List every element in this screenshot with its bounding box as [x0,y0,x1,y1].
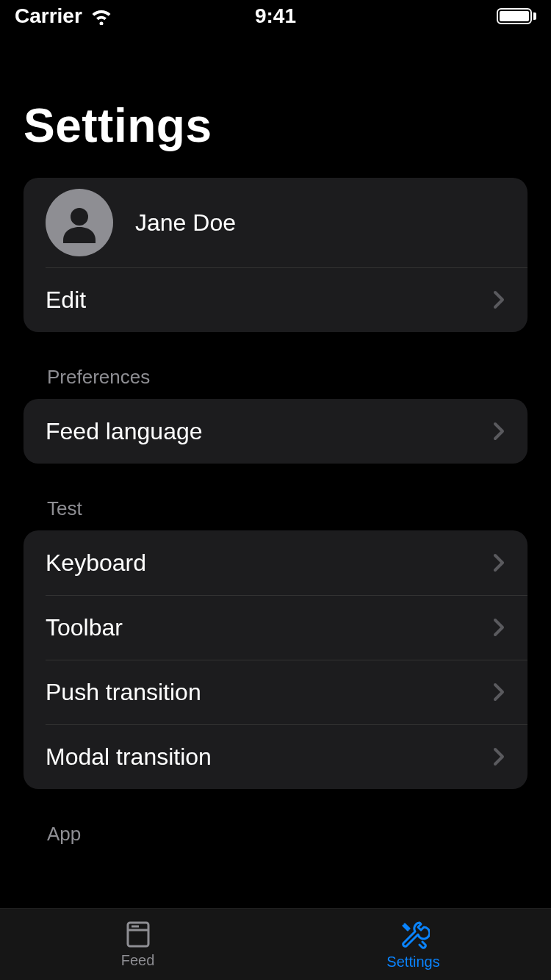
carrier-label: Carrier [15,4,82,28]
page-title: Settings [24,98,527,153]
tab-label: Settings [386,954,439,970]
chevron-right-icon [492,552,505,573]
push-transition-cell[interactable]: Push transition [24,660,527,724]
chevron-right-icon [492,421,505,442]
test-group: Keyboard Toolbar Push transition Modal t… [24,530,527,789]
chevron-right-icon [492,617,505,638]
cell-label: Modal transition [46,743,492,771]
profile-cell[interactable]: Jane Doe [24,178,527,267]
wifi-icon [90,7,113,25]
avatar [46,189,113,256]
tab-feed[interactable]: Feed [0,909,276,980]
clock-label: 9:41 [255,4,296,28]
keyboard-cell[interactable]: Keyboard [24,530,527,595]
toolbar-cell[interactable]: Toolbar [24,595,527,660]
preferences-section-header: Preferences [47,366,527,389]
status-bar: Carrier 9:41 [0,0,551,32]
edit-profile-cell[interactable]: Edit [24,267,527,332]
test-section-header: Test [47,497,527,520]
tab-label: Feed [121,952,155,969]
profile-group: Jane Doe Edit [24,178,527,332]
cell-label: Toolbar [46,614,492,641]
battery-icon [497,8,536,24]
modal-transition-cell[interactable]: Modal transition [24,724,527,789]
cell-label: Keyboard [46,550,492,577]
preferences-group: Feed language [24,399,527,464]
chevron-right-icon [492,682,505,702]
tab-settings[interactable]: Settings [276,909,551,980]
svg-point-0 [71,208,88,226]
chevron-right-icon [492,746,505,767]
profile-name-label: Jane Doe [135,209,505,237]
cell-label: Feed language [46,418,492,445]
app-section-header: App [47,823,527,846]
chevron-right-icon [492,289,505,310]
feed-icon [123,920,153,949]
tab-bar: Feed Settings [0,908,551,980]
edit-label: Edit [46,287,492,314]
feed-language-cell[interactable]: Feed language [24,399,527,464]
tools-icon [397,918,430,951]
cell-label: Push transition [46,679,492,706]
